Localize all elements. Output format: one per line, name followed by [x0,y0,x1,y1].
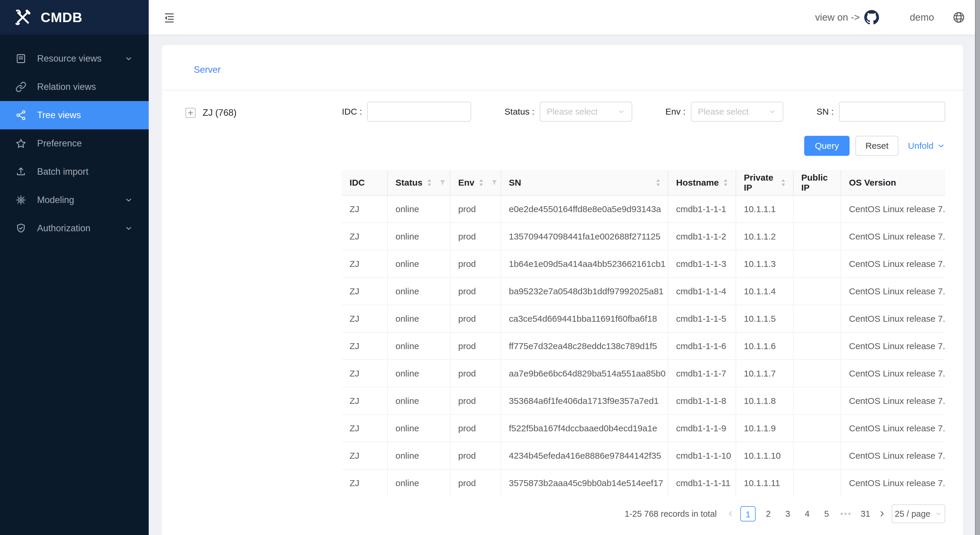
table-cell-status: online [388,305,450,332]
env-select[interactable]: Please select [691,102,783,122]
table-cell-status: online [388,387,450,414]
table-cell-sn: ba95232e7a0548d3b1ddf97992025a81 [501,277,668,305]
table-row: ZJonlineprod353684a6f1fe406da1713f9e357a… [342,387,945,414]
pagination-page-4[interactable]: 4 [800,506,814,521]
table-cell-os: CentOS Linux release 7.5.18 [841,195,945,223]
sidebar-item-relation-views[interactable]: Relation views [0,73,149,101]
sort-carets-icon[interactable] [781,179,785,186]
pagination-page-2[interactable]: 2 [762,506,775,521]
table-cell-hostname: cmdb1-1-1-6 [668,332,736,360]
table-cell-status: online [388,332,450,360]
sort-carets-icon[interactable] [479,179,483,186]
table-cell-os: CentOS Linux release 7.5.18 [841,223,945,250]
sidebar-item-batch-import[interactable]: Batch import [0,158,149,186]
sidebar-item-resource-views[interactable]: Resource views [0,45,149,73]
chevron-down-icon [124,196,133,204]
table-row: ZJonlineprod3575873b2aaa45c9bb0ab14e514e… [342,469,945,497]
sort-carets-icon[interactable] [427,179,431,186]
tree-expand-icon[interactable] [186,108,196,118]
table-cell-env: prod [450,223,501,250]
status-select[interactable]: Please select [540,102,632,122]
main-panel: IDC : Status : Please select Env : Pleas… [342,91,945,523]
sidebar-item-label: Relation views [37,81,96,92]
menu-fold-icon[interactable] [163,11,176,24]
filter-form: IDC : Status : Please select Env : Pleas… [342,102,945,122]
query-button[interactable]: Query [804,136,850,156]
view-on-github-link[interactable]: view on -> [815,10,879,25]
table-cell-os: CentOS Linux release 7.5.18 [841,277,945,305]
col-sn: SN [509,178,521,188]
card-body: ZJ (768) IDC : Status : Please select En… [162,91,963,523]
table-cell-status: online [388,469,450,497]
pagination-ellipsis[interactable]: ••• [839,506,853,521]
table-cell-os: CentOS Linux release 7.5.18 [841,360,945,387]
sn-input[interactable] [839,102,945,122]
reset-button[interactable]: Reset [856,136,899,156]
table-row: ZJonlineprodca3ce54d669441bba11691f60fba… [342,305,945,332]
table-cell-status: online [388,195,450,223]
table-cell-public_ip [793,442,841,469]
table-cell-private_ip: 10.1.1.11 [736,469,793,497]
sidebar-item-modeling[interactable]: Modeling [0,186,149,214]
language-globe-icon[interactable] [952,11,965,24]
pagination-next-icon[interactable] [878,510,886,517]
sidebar-item-tree-views[interactable]: Tree views [0,101,149,129]
tree-node-zj: ZJ (768) [186,108,342,118]
table-cell-env: prod [450,332,501,360]
table-cell-idc: ZJ [342,387,388,414]
col-hostname: Hostname [676,178,719,188]
page-size-value: 25 / page [895,509,931,519]
tools-logo-icon [14,8,32,27]
sort-carets-icon[interactable] [724,179,728,186]
unfold-link[interactable]: Unfold [908,141,945,151]
pagination-page-1[interactable]: 1 [740,506,756,521]
filter-funnel-icon[interactable] [491,179,498,186]
sidebar-item-preference[interactable]: Preference [0,129,149,158]
filter-funnel-icon[interactable] [439,179,446,186]
chevron-down-icon [768,108,776,115]
browser-scrollbar[interactable] [975,0,980,535]
chevron-down-icon [124,54,133,63]
idc-input[interactable] [367,102,471,122]
pagination-prev-icon[interactable] [727,510,734,517]
tree-node-label[interactable]: ZJ (768) [203,108,237,118]
table-cell-sn: 3575873b2aaa45c9bb0ab14e514eef17 [501,469,668,497]
table-cell-os: CentOS Linux release 7.5.18 [841,414,945,442]
table-cell-env: prod [450,360,501,387]
table-cell-private_ip: 10.1.1.8 [736,387,793,414]
pagination-page-5[interactable]: 5 [820,506,834,521]
sort-carets-icon[interactable] [656,179,660,186]
filter-status: Status : Please select [504,102,632,122]
app-title: CMDB [41,10,83,25]
table-cell-env: prod [450,387,501,414]
table-cell-env: prod [450,277,501,305]
sidebar-menu: Resource views Relation views Tree views [0,35,149,242]
table-cell-public_ip [793,387,841,414]
filter-env: Env : Please select [665,102,783,122]
table-cell-os: CentOS Linux release 7.5.18 [841,442,945,469]
tab-server[interactable]: Server [194,65,221,75]
sidebar-item-label: Resource views [37,53,102,64]
app-logo[interactable]: CMDB [0,0,149,35]
pagination-page-31[interactable]: 31 [859,506,872,521]
col-os-version: OS Version [849,178,896,188]
table-cell-hostname: cmdb1-1-1-5 [668,305,736,332]
resource-icon [15,53,27,64]
table-cell-sn: e0e2de4550164ffd8e8e0a5e9d93143a [501,195,668,223]
table-cell-status: online [388,360,450,387]
table-cell-status: online [388,442,450,469]
pagination-page-3[interactable]: 3 [781,506,794,521]
top-header: view on -> demo [149,0,975,35]
content-card: Server ZJ (768) IDC : Status : Please se… [162,45,963,535]
table-cell-sn: 135709447098441fa1e002688f271125 [501,223,668,250]
shield-icon [15,223,27,234]
table-row: ZJonlineprodba95232e7a0548d3b1ddf9799202… [342,277,945,305]
sidebar-item-authorization[interactable]: Authorization [0,214,149,242]
page-size-select[interactable]: 25 / page [892,504,945,523]
col-private-ip: Private IP [744,173,776,193]
table-row: ZJonlineprod4234b45efeda416e8886e9784414… [342,442,945,469]
table-cell-env: prod [450,469,501,497]
table-cell-sn: f522f5ba167f4dccbaaed0b4ecd19a1e [501,414,668,442]
user-menu[interactable]: demo [910,12,934,23]
share-icon [15,110,27,121]
